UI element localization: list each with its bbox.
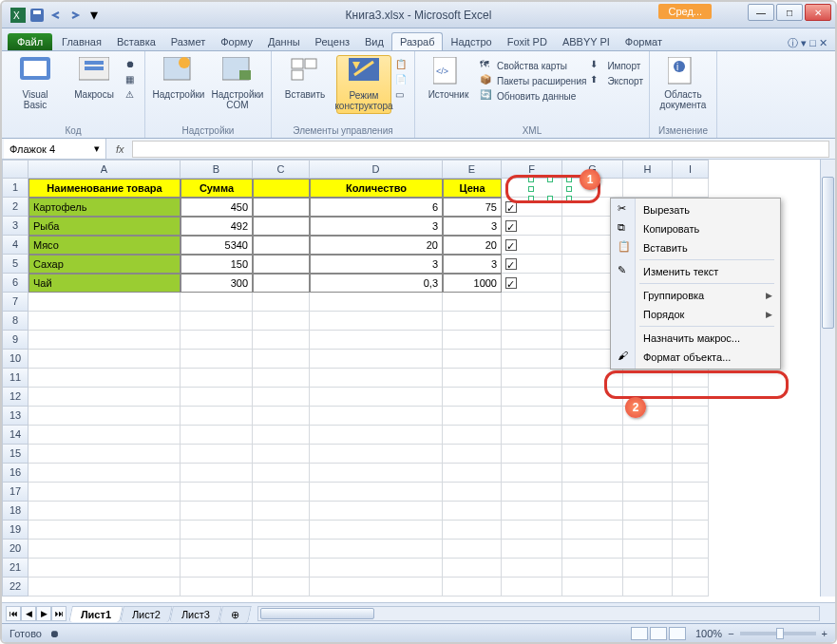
cell-B13[interactable] <box>181 407 253 426</box>
cell-C1[interactable] <box>253 179 310 198</box>
row-header-13[interactable]: 13 <box>2 407 29 426</box>
cell-F19[interactable] <box>502 521 562 540</box>
cell-E5[interactable]: 3 <box>443 255 502 274</box>
cell-H14[interactable] <box>623 426 673 445</box>
xml-source-button[interactable]: </> Источник <box>421 55 476 102</box>
cell-D1[interactable]: Количество <box>310 179 443 198</box>
cell-F6[interactable] <box>502 274 562 293</box>
sheet-tab-3[interactable]: Лист3 <box>169 606 222 622</box>
col-header-B[interactable]: B <box>181 160 253 179</box>
cell-E2[interactable]: 75 <box>443 198 502 217</box>
cell-I1[interactable] <box>673 179 709 198</box>
cell-A16[interactable] <box>29 464 181 483</box>
cell-D8[interactable] <box>310 312 443 331</box>
cell-D6[interactable]: 0,3 <box>310 274 443 293</box>
view-code-button[interactable]: 📄 <box>395 74 409 87</box>
sheet-nav-prev[interactable]: ◀ <box>21 606 36 621</box>
zoom-in-button[interactable]: + <box>822 628 827 639</box>
cell-G18[interactable] <box>562 502 623 521</box>
ctx-назначить-макрос-[interactable]: Назначить макрос... <box>613 329 778 348</box>
tab-developer[interactable]: Разраб <box>391 32 444 50</box>
cell-E14[interactable] <box>443 426 502 445</box>
cell-B22[interactable] <box>181 578 253 597</box>
cell-A12[interactable] <box>29 388 181 407</box>
cell-F3[interactable] <box>502 217 562 236</box>
cell-I13[interactable] <box>673 407 709 426</box>
cell-F22[interactable] <box>502 578 562 597</box>
cell-F9[interactable] <box>502 331 562 350</box>
cell-E13[interactable] <box>443 407 502 426</box>
cell-E20[interactable] <box>443 540 502 559</box>
insert-control-button[interactable]: Вставить <box>277 55 333 102</box>
cell-G12[interactable] <box>562 388 623 407</box>
cell-D22[interactable] <box>310 578 443 597</box>
row-header-9[interactable]: 9 <box>2 331 29 350</box>
cell-F20[interactable] <box>502 540 562 559</box>
cell-A5[interactable]: Сахар <box>29 255 181 274</box>
cell-C17[interactable] <box>253 483 310 502</box>
cell-B21[interactable] <box>181 559 253 578</box>
cell-A7[interactable] <box>29 293 181 312</box>
cell-C21[interactable] <box>253 559 310 578</box>
cell-G21[interactable] <box>562 559 623 578</box>
document-panel-button[interactable]: i Область документа <box>656 55 711 112</box>
cell-B4[interactable]: 5340 <box>181 236 253 255</box>
redo-icon[interactable] <box>67 7 84 24</box>
properties-button[interactable]: 📋 <box>395 59 409 72</box>
cell-F12[interactable] <box>502 388 562 407</box>
ctx-вырезать[interactable]: ✂Вырезать <box>613 200 778 219</box>
cell-D14[interactable] <box>310 426 443 445</box>
cell-G15[interactable] <box>562 445 623 464</box>
cell-C2[interactable] <box>253 198 310 217</box>
cell-A9[interactable] <box>29 331 181 350</box>
checkbox-selection-handles[interactable] <box>531 180 569 199</box>
tab-file[interactable]: Файл <box>8 33 52 50</box>
qat-dropdown-icon[interactable]: ▾ <box>86 7 103 24</box>
cell-C4[interactable] <box>253 236 310 255</box>
cell-C9[interactable] <box>253 331 310 350</box>
cell-A10[interactable] <box>29 350 181 369</box>
checkbox-row-6[interactable] <box>505 277 517 289</box>
page-break-view-button[interactable] <box>669 627 686 640</box>
cell-E21[interactable] <box>443 559 502 578</box>
tab-insert[interactable]: Вставка <box>109 33 163 50</box>
cell-E12[interactable] <box>443 388 502 407</box>
cell-E22[interactable] <box>443 578 502 597</box>
sheet-nav-last[interactable]: ⏭ <box>51 606 67 621</box>
tab-review[interactable]: Реценз <box>308 33 357 50</box>
macros-button[interactable]: Макросы <box>67 55 122 102</box>
cell-H19[interactable] <box>623 521 673 540</box>
tab-format[interactable]: Формат <box>618 33 670 50</box>
save-icon[interactable] <box>29 7 46 24</box>
cell-C19[interactable] <box>253 521 310 540</box>
cell-E4[interactable]: 20 <box>443 236 502 255</box>
cell-F21[interactable] <box>502 559 562 578</box>
xml-export-button[interactable]: ⬆Экспорт <box>590 74 643 87</box>
tab-home[interactable]: Главная <box>54 33 109 50</box>
cell-E11[interactable] <box>443 369 502 388</box>
row-header-6[interactable]: 6 <box>2 274 29 293</box>
cell-I22[interactable] <box>673 578 709 597</box>
cell-G20[interactable] <box>562 540 623 559</box>
col-header-I[interactable]: I <box>673 160 709 179</box>
cell-E16[interactable] <box>443 464 502 483</box>
cell-I14[interactable] <box>673 426 709 445</box>
col-header-A[interactable]: A <box>29 160 181 179</box>
ctx-изменить-текст[interactable]: ✎Изменить текст <box>613 262 778 281</box>
cell-B11[interactable] <box>181 369 253 388</box>
cell-C22[interactable] <box>253 578 310 597</box>
checkbox-row-5[interactable] <box>505 258 517 270</box>
cell-B1[interactable]: Сумма <box>181 179 253 198</box>
cell-G13[interactable] <box>562 407 623 426</box>
checkbox-row-4[interactable] <box>505 239 517 251</box>
cell-B10[interactable] <box>181 350 253 369</box>
tab-data[interactable]: Данны <box>260 33 308 50</box>
cell-D2[interactable]: 6 <box>310 198 443 217</box>
cell-D11[interactable] <box>310 369 443 388</box>
select-all-corner[interactable] <box>2 160 29 179</box>
cell-E17[interactable] <box>443 483 502 502</box>
normal-view-button[interactable] <box>631 627 648 640</box>
cell-G11[interactable] <box>562 369 623 388</box>
cell-E10[interactable] <box>443 350 502 369</box>
cell-D13[interactable] <box>310 407 443 426</box>
